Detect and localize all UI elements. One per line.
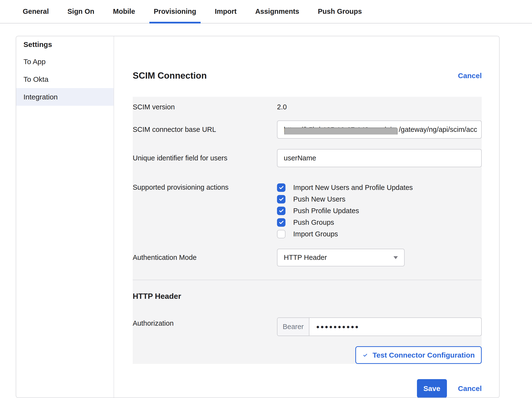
chevron-down-icon <box>394 256 398 259</box>
sidebar-item-integration[interactable]: Integration <box>16 88 114 106</box>
unique-id-input[interactable]: userName <box>277 149 482 167</box>
checkbox-push-new-users[interactable] <box>277 195 285 203</box>
tab-import[interactable]: Import <box>214 0 237 23</box>
test-connector-row: Test Connector Configuration <box>133 346 482 364</box>
checkbox-row-import-groups[interactable]: Import Groups <box>277 228 482 240</box>
unique-id-value: userName <box>284 154 316 162</box>
provisioning-panel: Settings To App To Okta Integration SCIM… <box>16 36 500 398</box>
test-connector-button[interactable]: Test Connector Configuration <box>355 346 482 364</box>
cancel-link-top[interactable]: Cancel <box>458 72 482 80</box>
auth-mode-select[interactable]: HTTP Header <box>277 249 405 266</box>
checkbox-label: Import New Users and Profile Updates <box>293 184 413 192</box>
authorization-row: Authorization Bearer ●●●●●●●●●● <box>133 317 482 336</box>
unique-id-row: Unique identifier field for users userNa… <box>133 149 482 167</box>
check-icon <box>278 219 284 225</box>
provisioning-actions-label: Supported provisioning actions <box>133 182 277 240</box>
auth-mode-row: Authentication Mode HTTP Header <box>133 249 482 266</box>
checkbox-label: Push New Users <box>293 195 345 203</box>
bearer-prefix: Bearer <box>277 318 309 336</box>
checkbox-row-push-profile-updates[interactable]: Push Profile Updates <box>277 205 482 217</box>
authorization-input-group: Bearer ●●●●●●●●●● <box>277 317 482 336</box>
checkbox-row-import-new-users[interactable]: Import New Users and Profile Updates <box>277 182 482 193</box>
tab-general[interactable]: General <box>22 0 49 23</box>
settings-sidebar: Settings To App To Okta Integration <box>16 36 114 398</box>
page-title: SCIM Connection <box>133 71 207 81</box>
sidebar-heading: Settings <box>16 36 114 53</box>
base-url-redacted-segment: https://b5bd-185-19-67-148.ngrok.io <box>284 125 399 135</box>
check-icon <box>278 208 284 214</box>
save-cancel-row: Save Cancel <box>133 379 482 398</box>
check-icon <box>362 352 368 358</box>
sidebar-item-to-okta[interactable]: To Okta <box>16 70 114 88</box>
provisioning-actions-row: Supported provisioning actions Import Ne… <box>133 182 482 240</box>
check-icon <box>278 196 284 202</box>
auth-mode-selected-value: HTTP Header <box>284 254 327 262</box>
checkbox-push-groups[interactable] <box>277 218 285 227</box>
scim-version-label: SCIM version <box>133 103 277 111</box>
base-url-input[interactable]: https://b5bd-185-19-67-148.ngrok.io /gat… <box>277 120 482 139</box>
tab-sign-on[interactable]: Sign On <box>67 0 95 23</box>
tab-mobile[interactable]: Mobile <box>112 0 136 23</box>
scim-version-row: SCIM version 2.0 <box>133 97 482 111</box>
base-url-label: SCIM connector base URL <box>133 120 277 139</box>
authorization-token-input[interactable]: ●●●●●●●●●● <box>309 318 359 336</box>
checkbox-import-new-users[interactable] <box>277 183 285 192</box>
tab-provisioning[interactable]: Provisioning <box>153 0 197 23</box>
checkbox-row-push-groups[interactable]: Push Groups <box>277 217 482 228</box>
redaction-bar <box>284 128 398 135</box>
scim-connection-content: SCIM Connection Cancel SCIM version 2.0 … <box>114 36 499 398</box>
base-url-visible-text: /gateway/ng/api/scim/acc <box>399 126 477 134</box>
checkbox-label: Push Profile Updates <box>293 207 359 215</box>
checkbox-push-profile-updates[interactable] <box>277 207 285 215</box>
http-header-section-heading: HTTP Header <box>133 280 482 301</box>
sidebar-item-to-app[interactable]: To App <box>16 53 114 70</box>
base-url-row: SCIM connector base URL https://b5bd-185… <box>133 120 482 139</box>
app-tab-bar: General Sign On Mobile Provisioning Impo… <box>0 0 532 23</box>
checkbox-label: Push Groups <box>293 218 334 226</box>
checkbox-row-push-new-users[interactable]: Push New Users <box>277 193 482 205</box>
scim-form: SCIM version 2.0 SCIM connector base URL… <box>133 97 482 364</box>
scim-version-value: 2.0 <box>277 103 482 111</box>
save-button[interactable]: Save <box>417 379 447 398</box>
auth-mode-label: Authentication Mode <box>133 249 277 266</box>
tab-push-groups[interactable]: Push Groups <box>317 0 362 23</box>
check-icon <box>278 185 284 190</box>
authorization-label: Authorization <box>133 317 277 336</box>
tab-assignments[interactable]: Assignments <box>255 0 300 23</box>
checkbox-import-groups[interactable] <box>277 230 285 238</box>
content-header: SCIM Connection Cancel <box>133 71 482 81</box>
checkbox-label: Import Groups <box>293 230 338 238</box>
unique-id-label: Unique identifier field for users <box>133 149 277 167</box>
test-connector-label: Test Connector Configuration <box>372 351 475 359</box>
cancel-link-bottom[interactable]: Cancel <box>458 384 482 393</box>
